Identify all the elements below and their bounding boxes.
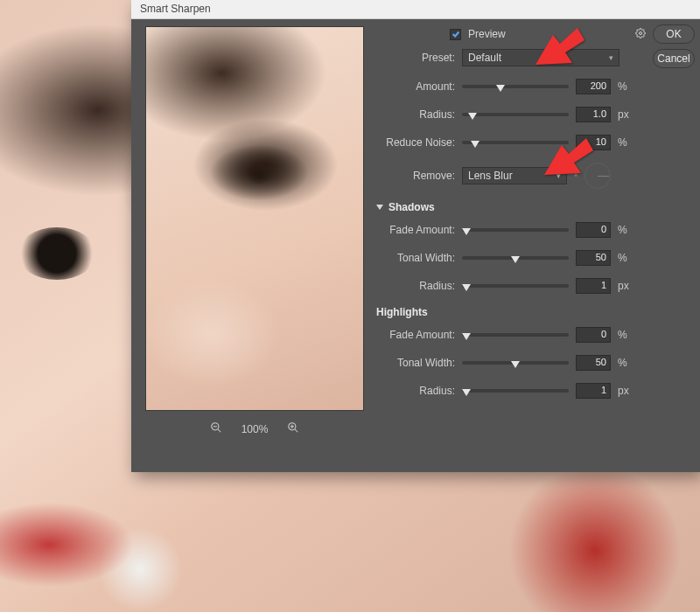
preview-image[interactable] [145, 26, 364, 411]
chevron-down-icon: ▾ [609, 53, 613, 62]
zoom-in-icon[interactable] [287, 421, 299, 436]
highlights-tonal-slider[interactable] [462, 361, 569, 365]
preview-checkbox[interactable] [450, 29, 461, 40]
zoom-out-icon[interactable] [210, 421, 222, 436]
remove-select[interactable]: Lens Blur ▾ [462, 167, 567, 184]
highlights-radius-label: Radius: [376, 385, 455, 397]
remove-label: Remove: [376, 170, 455, 182]
shadows-fade-value[interactable]: 0 [576, 222, 611, 238]
highlights-tonal-unit: % [618, 357, 635, 369]
svg-line-5 [295, 429, 298, 433]
shadows-fade-label: Fade Amount: [376, 224, 455, 236]
angle-dial[interactable] [584, 163, 611, 189]
remove-value: Lens Blur [468, 170, 513, 182]
shadows-fade-slider[interactable] [462, 228, 569, 232]
dialog-titlebar: Smart Sharpen [131, 0, 700, 19]
shadows-tonal-value[interactable]: 50 [576, 250, 611, 266]
shadows-fade-unit: % [618, 224, 635, 236]
disclosure-triangle-icon [376, 205, 383, 210]
radius-unit: px [618, 108, 635, 121]
shadows-radius-value[interactable]: 1 [576, 278, 611, 294]
shadows-section-toggle[interactable]: Shadows [376, 201, 693, 213]
shadows-title: Shadows [388, 201, 435, 213]
preset-value: Default [468, 52, 501, 64]
reduce-noise-value[interactable]: 10 [576, 135, 611, 150]
amount-slider[interactable] [462, 85, 569, 88]
shadows-tonal-unit: % [618, 252, 635, 264]
highlights-radius-unit: px [618, 385, 635, 397]
reduce-noise-slider[interactable] [462, 141, 569, 144]
amount-label: Amount: [376, 80, 455, 93]
highlights-title: Highlights [376, 306, 693, 318]
highlights-fade-slider[interactable] [462, 333, 569, 337]
highlights-radius-slider[interactable] [462, 389, 569, 393]
radius-value[interactable]: 1.0 [576, 107, 611, 122]
preset-select[interactable]: Default ▾ [462, 49, 620, 66]
shadows-tonal-slider[interactable] [462, 256, 569, 260]
amount-unit: % [618, 80, 635, 93]
chevron-down-icon: ▾ [556, 171, 561, 180]
shadows-tonal-label: Tonal Width: [376, 252, 455, 264]
highlights-radius-value[interactable]: 1 [576, 383, 611, 399]
shadows-radius-slider[interactable] [462, 284, 569, 288]
highlights-fade-unit: % [618, 329, 635, 341]
highlights-tonal-value[interactable]: 50 [576, 355, 611, 371]
preset-label: Preset: [376, 52, 455, 64]
svg-line-2 [217, 429, 220, 433]
reduce-noise-label: Reduce Noise: [376, 136, 455, 149]
smart-sharpen-dialog: Smart Sharpen OK Cancel 100% [131, 0, 700, 472]
shadows-radius-unit: px [618, 280, 635, 292]
radius-slider[interactable] [462, 113, 569, 116]
highlights-tonal-label: Tonal Width: [376, 357, 455, 369]
preview-checkbox-label: Preview [468, 28, 506, 40]
shadows-radius-label: Radius: [376, 280, 455, 292]
zoom-level: 100% [242, 423, 269, 435]
radius-label: Radius: [376, 108, 455, 121]
highlights-fade-value[interactable]: 0 [576, 327, 611, 343]
highlights-fade-label: Fade Amount: [376, 329, 455, 341]
amount-value[interactable]: 200 [576, 79, 611, 94]
reduce-noise-unit: % [618, 136, 635, 149]
